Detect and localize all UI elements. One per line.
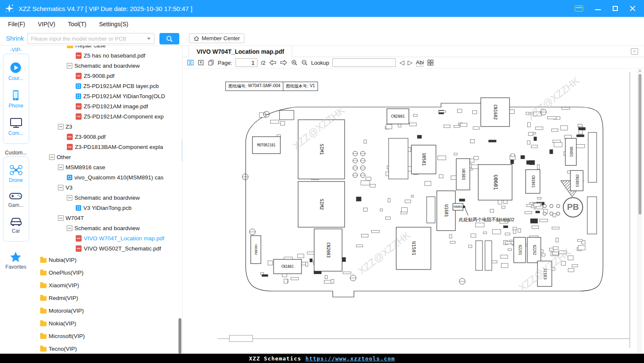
tree-item-label: Z5-PD1921AM PCB layer.pcb	[83, 83, 159, 89]
tree-item[interactable]: W704T	[32, 213, 182, 223]
tree-item-label: V3 YiDianTong.pcb	[83, 205, 132, 211]
tree-item[interactable]: Other	[32, 152, 182, 162]
text-select-abi-icon[interactable]: Abi	[416, 59, 424, 66]
collapse-icon[interactable]	[58, 124, 63, 129]
menu-item[interactable]: VIP(V)	[31, 21, 61, 28]
tree-item[interactable]: Z3-PD1813BAM-Component expla	[32, 142, 182, 152]
menu-item[interactable]: File(F)	[2, 21, 31, 28]
tree-item[interactable]: Schematic and boardview	[32, 192, 182, 203]
tree-item[interactable]: Nokia(VIP)	[32, 317, 182, 330]
svg-text:U0501: U0501	[422, 153, 426, 166]
svg-text:U0301: U0301	[461, 168, 466, 180]
drone-icon	[9, 164, 23, 176]
tree-scrollbar-thumb[interactable]	[178, 318, 181, 354]
tree-item[interactable]: Repair case	[32, 46, 182, 50]
tree-item[interactable]: Z5-9008.pdf	[32, 71, 182, 81]
tree-item[interactable]: Motorola(VIP)	[32, 304, 182, 317]
file-tree-panel: Repair caseZ5 has no baseband.pdfSchemat…	[32, 46, 183, 354]
tree-item[interactable]: Z5-PD1921AM image.pdf	[32, 101, 182, 111]
collapse-icon[interactable]	[49, 154, 55, 160]
tree-item[interactable]: Z3-9008.pdf	[32, 132, 182, 142]
maximize-button[interactable]	[613, 6, 618, 11]
tree-item[interactable]: Z5-PD1921AM-Component exp	[32, 111, 182, 121]
sidebar-item-computer[interactable]: Com...	[8, 116, 23, 136]
close-button[interactable]	[630, 6, 636, 11]
folder-icon	[67, 46, 73, 48]
scroll-up-icon[interactable]: ▲	[639, 69, 641, 72]
menu-item[interactable]: Settings(S)	[93, 21, 134, 28]
collapse-icon[interactable]	[67, 226, 72, 231]
shrink-button[interactable]: Shrink	[3, 34, 27, 42]
zoom-in-icon[interactable]	[291, 59, 298, 66]
prev-view-icon[interactable]	[269, 59, 277, 66]
sidebar-item-phone[interactable]: Phone	[8, 89, 23, 109]
model-search-input[interactable]	[27, 36, 147, 42]
search-next-icon[interactable]: ▷	[408, 59, 413, 66]
next-view-icon[interactable]	[280, 59, 288, 66]
close-document-icon[interactable]: ×	[631, 48, 638, 55]
tree-item[interactable]: Schematic and boardview	[32, 223, 182, 233]
collapse-icon[interactable]	[58, 165, 63, 170]
tree-item[interactable]: V3	[32, 182, 182, 192]
tree-item[interactable]: Z3	[32, 121, 182, 132]
tree-item[interactable]: Xiaomi(VIP)	[32, 279, 182, 292]
pdf-file-icon	[76, 52, 82, 59]
tree-item[interactable]: Tecno(VIP)	[32, 342, 182, 354]
collapse-icon[interactable]	[58, 215, 63, 221]
tree-item-label: Z5-PD1921AM image.pdf	[84, 103, 148, 110]
copy-page-icon[interactable]	[208, 59, 214, 66]
svg-text:PB: PB	[567, 202, 579, 212]
file-tree: Repair caseZ5 has no baseband.pdfSchemat…	[32, 46, 182, 354]
sidebar-item-drone[interactable]: Drone	[9, 164, 23, 183]
tree-item[interactable]: Nubia(VIP)	[32, 253, 182, 266]
menu-item[interactable]: Tool(T)	[62, 21, 93, 28]
search-button[interactable]	[159, 33, 179, 44]
tree-item[interactable]: VIVO W704T_Location map.pdf	[32, 233, 182, 243]
tree-item[interactable]: Microsoft(VIP)	[32, 330, 182, 342]
svg-text:CN1801: CN1801	[282, 265, 294, 269]
pdf-scrollbar[interactable]: ▲	[637, 69, 642, 354]
lookup-input[interactable]	[332, 58, 396, 67]
zoom-out-icon[interactable]	[301, 59, 308, 66]
model-search-box[interactable]	[27, 33, 154, 44]
vip-card-icon[interactable]	[575, 6, 583, 11]
tree-item[interactable]: Redmi(VIP)	[32, 292, 182, 304]
tree-item[interactable]: Z5 has no baseband.pdf	[32, 50, 182, 60]
pdf-viewer[interactable]: MOTOR2101SIM1SIM2CN2001CN2003CN1801CN180…	[183, 69, 644, 354]
sidebar-item-game[interactable]: Gam...	[8, 191, 23, 208]
fit-page-icon[interactable]	[197, 59, 204, 66]
tree-item[interactable]: MSM8916 case	[32, 162, 182, 172]
document-tab[interactable]: VIVO W704T_Location map.pdf	[189, 46, 292, 57]
search-icon	[166, 35, 173, 43]
collapse-icon[interactable]	[58, 185, 63, 190]
drawing-version-value: V1	[310, 83, 315, 89]
tree-item[interactable]: vivo_Qualcomm 410(MSM891) cas	[32, 172, 182, 182]
search-prev-icon[interactable]: ◁	[399, 59, 404, 66]
tree-item[interactable]: OnePlus(VIP)	[32, 266, 182, 279]
tree-item[interactable]: Z5-PD1921AM YiDianTong(OLD	[32, 91, 182, 101]
tree-item-label: Schematic and boardview	[74, 63, 140, 69]
footer-url[interactable]: https://www.xzztools.com	[305, 355, 395, 362]
collapse-icon[interactable]	[67, 195, 72, 201]
tree-item[interactable]: Z5-PD1921AM PCB layer.pcb	[32, 81, 182, 91]
sidebar-item-courses[interactable]: Cour...	[8, 61, 23, 81]
minimize-button[interactable]	[595, 9, 601, 10]
svg-text:SIM2: SIM2	[319, 199, 324, 210]
tree-item-label: MSM8916 case	[66, 164, 105, 170]
member-center-button[interactable]: Member Center	[189, 33, 244, 43]
phone-icon	[9, 89, 22, 102]
tree-item[interactable]: VIVO WG502T_Schematic.pdf	[32, 243, 182, 253]
sidebar-item-favorites[interactable]: Favorites	[5, 251, 26, 270]
chevron-down-icon[interactable]	[147, 38, 151, 40]
sidebar-item-car[interactable]: Car	[9, 216, 23, 234]
page-number-input[interactable]	[236, 58, 258, 67]
tree-item[interactable]: V3 YiDianTong.pcb	[32, 203, 182, 213]
tree-item[interactable]: Schematic and boardview	[32, 60, 182, 71]
member-center-label: Member Center	[202, 35, 240, 41]
svg-text:U2202: U2202	[532, 245, 536, 255]
grid-view-icon[interactable]	[427, 59, 434, 66]
titlebar: XZZ Schematics V4.77 [ VIP Due date: 202…	[0, 0, 644, 17]
pdf-scrollbar-thumb[interactable]	[639, 74, 641, 214]
collapse-icon[interactable]	[67, 63, 72, 69]
dual-page-view-icon[interactable]	[187, 59, 194, 66]
